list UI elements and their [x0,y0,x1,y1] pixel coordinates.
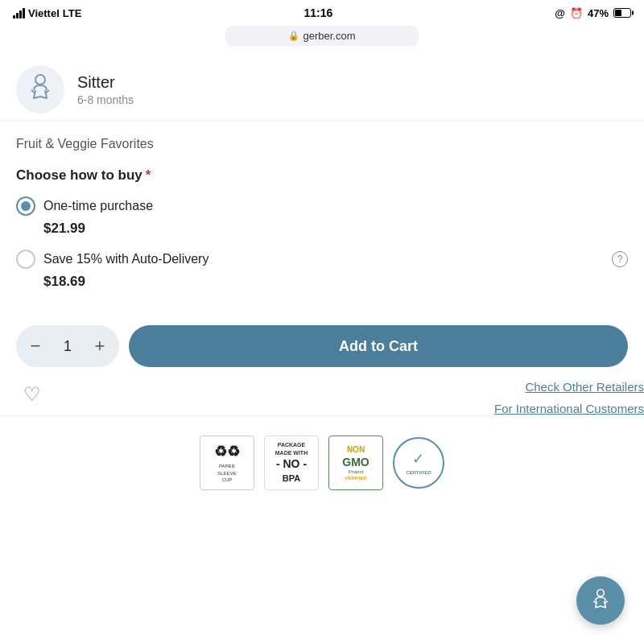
url-bar[interactable]: 🔒 gerber.com [0,23,644,52]
product-icon-bg [16,65,64,114]
add-to-cart-button[interactable]: Add to Cart [129,325,628,367]
wishlist-links-section: ♡ Check Other Retailers For Internationa… [0,380,644,415]
one-time-price: $21.99 [43,221,628,237]
floating-chat-button[interactable] [576,576,625,625]
certified-badge: ✓ CERTIFIED [393,437,444,489]
wishlist-heart-icon[interactable]: ♡ [23,383,41,406]
clock: 11:16 [303,6,332,19]
add-to-cart-label: Add to Cart [339,338,418,355]
product-age: 6-8 months [77,93,134,106]
product-name: Sitter [77,73,134,92]
one-time-radio[interactable] [16,196,35,216]
url-text: gerber.com [303,30,355,42]
check-retailers-link[interactable]: Check Other Retailers [525,380,644,394]
one-time-label: One-time purchase [43,199,153,213]
non-gmo-label: NON GMO Project VERIFIED [342,444,369,482]
floating-baby-icon [588,588,613,613]
radio-selected-dot [21,201,31,211]
signal-icon [13,8,25,19]
increment-button[interactable]: + [80,325,119,367]
carrier-info: Viettel LTE [13,7,81,19]
quantity-value: 1 [55,338,80,355]
auto-delivery-option[interactable]: Save 15% with Auto-Delivery ? $18.69 [16,250,628,290]
no-bpa-badge: PACKAGE MADE WITH - NO - BPA [264,436,319,490]
alarm-icon: ⏰ [570,7,583,19]
baby-sitting-icon [27,74,53,105]
battery-icon [613,8,631,18]
category-label: Fruit & Veggie Favorites [16,137,154,151]
status-bar: Viettel LTE 11:16 @ ⏰ 47% [0,0,644,23]
at-symbol: @ [555,7,565,19]
required-marker: * [146,167,151,183]
carrier-name: Viettel [28,7,60,19]
wishlist-column: ♡ [0,380,64,406]
svg-point-0 [35,75,45,85]
cart-section: − 1 + Add to Cart [0,312,644,380]
auto-delivery-radio[interactable] [16,250,35,269]
product-info: Sitter 6-8 months [77,73,134,106]
network-type: LTE [63,7,82,19]
one-time-purchase-option[interactable]: One-time purchase $21.99 [16,196,628,237]
status-right: @ ⏰ 47% [555,7,631,19]
category-section: Fruit & Veggie Favorites [0,121,644,158]
recycle-icon: ♻♻ [214,443,240,461]
url-input[interactable]: 🔒 gerber.com [225,26,419,46]
badges-section: ♻♻ PAPERSLEEVECUP PACKAGE MADE WITH - NO… [0,415,644,506]
decrement-button[interactable]: − [16,325,55,367]
no-bpa-label: PACKAGE MADE WITH - NO - BPA [275,441,308,485]
buy-section: Choose how to buy* One-time purchase $21… [0,158,644,312]
recycle-label: PAPERSLEEVECUP [217,463,236,483]
product-header: Sitter 6-8 months [0,52,644,121]
auto-delivery-price: $18.69 [43,274,628,290]
international-customers-link[interactable]: For International Customers [494,402,644,415]
auto-delivery-label: Save 15% with Auto-Delivery [43,252,208,266]
help-icon[interactable]: ? [612,251,628,267]
battery-percent: 47% [588,7,609,19]
svg-point-1 [597,589,605,597]
buy-heading: Choose how to buy* [16,167,628,184]
quantity-control: − 1 + [16,325,119,367]
certified-label: ✓ CERTIFIED [406,449,431,477]
non-gmo-badge: NON GMO Project VERIFIED [328,436,383,490]
links-column: Check Other Retailers For International … [64,380,644,415]
lock-icon: 🔒 [288,31,299,41]
recycle-badge: ♻♻ PAPERSLEEVECUP [200,436,254,490]
